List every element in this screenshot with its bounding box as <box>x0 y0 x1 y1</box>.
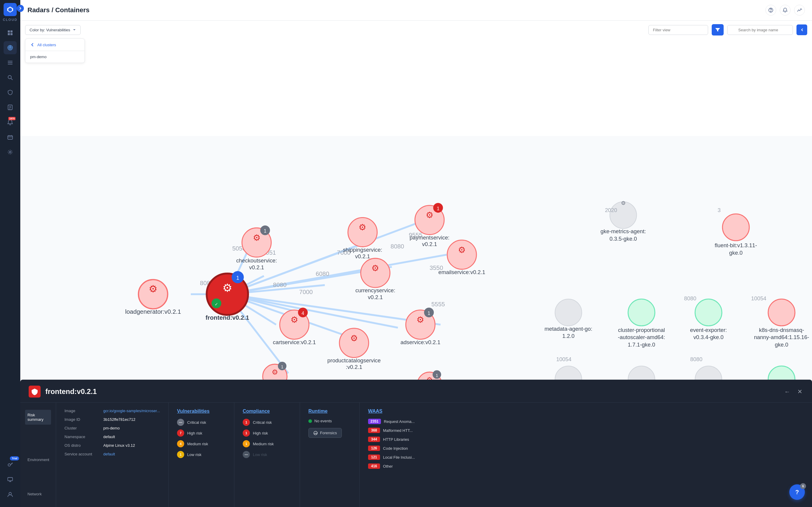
svg-point-60 <box>555 299 582 326</box>
sidebar-item-reports[interactable] <box>4 101 17 114</box>
svg-text:4: 4 <box>302 311 304 316</box>
sidebar-item-search[interactable] <box>4 71 17 84</box>
svg-text:⚙: ⚙ <box>350 333 358 343</box>
trial-badge: Trial <box>10 456 19 460</box>
svg-text:adservice:v0.2.1: adservice:v0.2.1 <box>400 339 440 345</box>
sidebar-item-monitor[interactable] <box>4 473 17 486</box>
svg-text:v0.2.1: v0.2.1 <box>368 294 383 300</box>
info-value-sa[interactable]: default <box>103 452 115 456</box>
svg-text:cartservice:v0.2.1: cartservice:v0.2.1 <box>273 339 316 345</box>
info-label-imageid: Image ID <box>64 417 103 422</box>
svg-text:1: 1 <box>437 206 440 211</box>
detail-back-btn[interactable]: ← <box>783 387 792 396</box>
color-by-dropdown[interactable]: Color by: Vulnerabilities <box>25 25 81 35</box>
sidebar-item-containers[interactable] <box>4 131 17 144</box>
svg-text:⚙: ⚙ <box>426 211 434 220</box>
help-label: ? <box>795 489 799 496</box>
waas-row-4: 121 Local File Inclusi... <box>368 454 429 460</box>
svg-text:event-exporter:: event-exporter: <box>690 327 727 333</box>
filter-view-input[interactable] <box>648 25 708 35</box>
comp-critical-row: 1 Critical risk <box>243 419 291 426</box>
waas-title[interactable]: WAAS <box>368 408 429 414</box>
info-row-namespace: Namespace default <box>64 435 160 439</box>
detail-nav-environment[interactable]: Environment <box>25 454 51 465</box>
cluster-item-pm-demo[interactable]: pm-demo <box>26 51 85 63</box>
search-by-image-input[interactable] <box>727 25 793 35</box>
sidebar-item-alerts[interactable]: 1879 <box>4 116 17 129</box>
help-icon-btn[interactable] <box>765 5 776 15</box>
comp-medium-row: 1 Medium risk <box>243 440 291 447</box>
vulnerabilities-title[interactable]: Vulnerabilities <box>177 408 226 414</box>
svg-text:⚙: ⚙ <box>458 245 466 255</box>
cluster-back-btn[interactable]: All clusters <box>26 39 85 51</box>
svg-text:k8s-dns-dnsmasq-: k8s-dns-dnsmasq- <box>759 327 804 333</box>
waas-label-5: Other <box>383 464 393 468</box>
svg-text:✓: ✓ <box>215 302 218 306</box>
comp-high-row: 1 High risk <box>243 430 291 437</box>
svg-point-121 <box>361 258 390 287</box>
svg-point-11 <box>8 75 11 79</box>
vuln-medium-label: Medium risk <box>187 442 208 446</box>
vulnerabilities-section: Vulnerabilities — Critical risk 7 High r… <box>169 403 234 507</box>
page-title: Radars / Containers <box>28 6 90 14</box>
svg-text:⚙: ⚙ <box>253 233 261 242</box>
detail-nav-risk[interactable]: Risk summary <box>25 410 51 425</box>
sidebar-item-trial[interactable]: Trial <box>4 458 17 471</box>
svg-text:1.2.0: 1.2.0 <box>562 333 575 339</box>
svg-text:cluster-proportional: cluster-proportional <box>618 327 665 333</box>
detail-panel: frontend:v0.2.1 ← ✕ Risk summary Environ… <box>20 380 812 507</box>
svg-text:5555: 5555 <box>432 301 445 307</box>
sidebar-item-settings[interactable] <box>4 146 17 159</box>
waas-label-0: Request Anoma... <box>384 419 415 424</box>
bell-icon-btn[interactable] <box>780 5 791 15</box>
cloud-label: CLOUD <box>3 18 17 21</box>
detail-sidebar-nav: Risk summary Environment Network <box>20 403 56 507</box>
waas-count-1: 368 <box>368 428 380 433</box>
help-button[interactable]: 6 ? <box>789 484 805 500</box>
runtime-title[interactable]: Runtime <box>308 408 351 414</box>
sidebar-item-radar[interactable] <box>4 41 17 54</box>
cluster-panel: All clusters pm-demo <box>25 39 85 63</box>
svg-text:⚙: ⚙ <box>621 200 626 206</box>
svg-text:v0.3.4-gke.0: v0.3.4-gke.0 <box>694 334 724 340</box>
svg-text:8080: 8080 <box>391 243 404 250</box>
search-wrap <box>727 25 793 35</box>
sidebar-item-list[interactable] <box>4 56 17 69</box>
compliance-title[interactable]: Compliance <box>243 408 291 414</box>
waas-count-4: 121 <box>368 454 380 460</box>
sidebar-item-user[interactable] <box>4 488 17 501</box>
logo[interactable] <box>4 3 17 16</box>
info-value-image[interactable]: gcr.io/google-samples/microser... <box>103 408 160 413</box>
svg-text:⚙: ⚙ <box>371 263 379 273</box>
color-by-label: Color by: Vulnerabilities <box>30 28 70 32</box>
forensics-button[interactable]: Forensics <box>308 428 342 438</box>
svg-rect-3 <box>10 33 12 35</box>
svg-point-19 <box>8 464 10 466</box>
svg-rect-1 <box>10 31 12 33</box>
svg-rect-10 <box>8 64 12 64</box>
vuln-low-row: 1 Low risk <box>177 451 226 458</box>
svg-text:loadgenerator:v0.2.1: loadgenerator:v0.2.1 <box>125 308 181 315</box>
sidebar-expand-btn[interactable] <box>17 5 24 12</box>
detail-nav-network[interactable]: Network <box>25 489 51 499</box>
info-row-serviceaccount: Service account default <box>64 452 160 456</box>
sidebar-item-dashboard[interactable] <box>4 26 17 39</box>
sidebar-item-shield[interactable] <box>4 86 17 99</box>
vuln-medium-badge: 4 <box>177 440 184 447</box>
svg-text:gke.0: gke.0 <box>775 341 789 348</box>
svg-text:1: 1 <box>264 228 267 233</box>
svg-rect-20 <box>8 477 12 481</box>
vuln-high-row: 7 High risk <box>177 430 226 437</box>
svg-text:1: 1 <box>427 311 430 316</box>
detail-close-btn[interactable]: ✕ <box>796 387 804 396</box>
chart-icon-btn[interactable] <box>794 5 805 15</box>
sidebar: CLOUD 1879 <box>0 0 20 507</box>
svg-point-21 <box>9 492 11 495</box>
filter-btn[interactable] <box>712 24 724 36</box>
sidebar-nav: 1879 <box>4 26 17 458</box>
radar-topbar: Color by: Vulnerabilities <box>20 20 812 39</box>
waas-label-2: HTTP Libraries <box>383 437 409 442</box>
comp-critical-badge: 1 <box>243 419 250 426</box>
svg-point-118 <box>447 240 476 269</box>
search-collapse-btn[interactable] <box>797 24 807 35</box>
